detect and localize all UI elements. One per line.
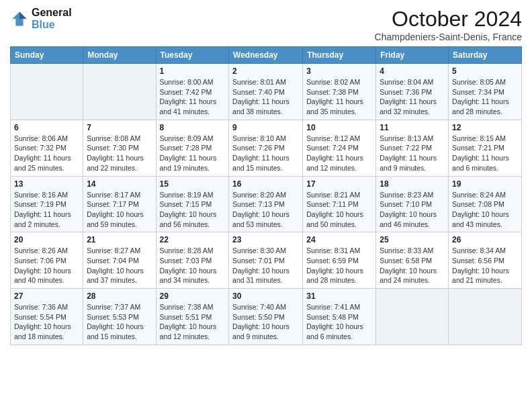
- day-number: 2: [232, 66, 299, 76]
- day-info: Sunrise: 8:12 AMSunset: 7:24 PMDaylight:…: [306, 134, 372, 173]
- day-number: 4: [380, 66, 445, 76]
- day-info: Sunrise: 8:08 AMSunset: 7:30 PMDaylight:…: [87, 134, 152, 173]
- day-info: Sunrise: 7:37 AMSunset: 5:53 PMDaylight:…: [87, 302, 152, 342]
- calendar-cell: 3Sunrise: 8:02 AMSunset: 7:38 PMDaylight…: [303, 64, 376, 120]
- logo-text: General Blue: [32, 7, 72, 30]
- day-info: Sunrise: 8:24 AMSunset: 7:08 PMDaylight:…: [452, 190, 518, 230]
- day-info: Sunrise: 8:23 AMSunset: 7:10 PMDaylight:…: [380, 190, 445, 230]
- day-number: 26: [452, 235, 518, 244]
- day-number: 21: [87, 235, 152, 244]
- day-info: Sunrise: 8:33 AMSunset: 6:58 PMDaylight:…: [380, 246, 445, 285]
- day-info: Sunrise: 8:06 AMSunset: 7:32 PMDaylight:…: [14, 134, 79, 173]
- calendar-cell: 2Sunrise: 8:01 AMSunset: 7:40 PMDaylight…: [229, 64, 303, 120]
- calendar-cell: 28Sunrise: 7:37 AMSunset: 5:53 PMDayligh…: [83, 289, 156, 345]
- page-header: General Blue October 2024 Champdeniers-S…: [10, 7, 522, 42]
- weekday-header-sunday: Sunday: [11, 47, 83, 64]
- calendar-cell: 10Sunrise: 8:12 AMSunset: 7:24 PMDayligh…: [303, 120, 376, 176]
- calendar-cell: 18Sunrise: 8:23 AMSunset: 7:10 PMDayligh…: [376, 176, 449, 232]
- day-info: Sunrise: 8:26 AMSunset: 7:06 PMDaylight:…: [14, 246, 79, 285]
- day-info: Sunrise: 8:16 AMSunset: 7:19 PMDaylight:…: [14, 190, 79, 230]
- day-info: Sunrise: 8:09 AMSunset: 7:28 PMDaylight:…: [160, 134, 226, 173]
- calendar-cell: 5Sunrise: 8:05 AMSunset: 7:34 PMDaylight…: [449, 64, 522, 120]
- calendar-table: SundayMondayTuesdayWednesdayThursdayFrid…: [10, 46, 522, 345]
- day-info: Sunrise: 8:00 AMSunset: 7:42 PMDaylight:…: [160, 77, 226, 117]
- day-number: 13: [14, 179, 79, 189]
- day-info: Sunrise: 7:36 AMSunset: 5:54 PMDaylight:…: [14, 302, 79, 342]
- day-number: 27: [14, 291, 79, 301]
- calendar-cell: [11, 64, 83, 120]
- day-info: Sunrise: 7:38 AMSunset: 5:51 PMDaylight:…: [160, 302, 226, 342]
- day-number: 6: [14, 123, 79, 132]
- weekday-header-wednesday: Wednesday: [229, 47, 303, 64]
- day-info: Sunrise: 7:40 AMSunset: 5:50 PMDaylight:…: [232, 302, 299, 342]
- day-info: Sunrise: 8:30 AMSunset: 7:01 PMDaylight:…: [232, 246, 299, 285]
- day-info: Sunrise: 8:31 AMSunset: 6:59 PMDaylight:…: [306, 246, 372, 285]
- weekday-header-tuesday: Tuesday: [156, 47, 229, 64]
- logo-icon: [10, 9, 29, 28]
- day-number: 20: [14, 235, 79, 244]
- day-info: Sunrise: 8:34 AMSunset: 6:56 PMDaylight:…: [452, 246, 518, 285]
- day-number: 1: [160, 66, 226, 76]
- title-block: October 2024 Champdeniers-Saint-Denis, F…: [375, 7, 522, 42]
- day-number: 19: [452, 179, 518, 189]
- calendar-cell: 15Sunrise: 8:19 AMSunset: 7:15 PMDayligh…: [156, 176, 229, 232]
- day-info: Sunrise: 8:28 AMSunset: 7:03 PMDaylight:…: [160, 246, 226, 285]
- calendar-cell: 12Sunrise: 8:15 AMSunset: 7:21 PMDayligh…: [449, 120, 522, 176]
- day-number: 14: [87, 179, 152, 189]
- day-number: 7: [87, 123, 152, 132]
- day-number: 17: [306, 179, 372, 189]
- day-number: 29: [160, 291, 226, 301]
- logo: General Blue: [10, 7, 72, 30]
- day-info: Sunrise: 8:02 AMSunset: 7:38 PMDaylight:…: [306, 77, 372, 117]
- day-info: Sunrise: 8:05 AMSunset: 7:34 PMDaylight:…: [452, 77, 518, 117]
- day-number: 10: [306, 123, 372, 132]
- calendar-cell: 24Sunrise: 8:31 AMSunset: 6:59 PMDayligh…: [303, 232, 376, 289]
- day-number: 31: [306, 291, 372, 301]
- calendar-cell: 8Sunrise: 8:09 AMSunset: 7:28 PMDaylight…: [156, 120, 229, 176]
- calendar-cell: 4Sunrise: 8:04 AMSunset: 7:36 PMDaylight…: [376, 64, 449, 120]
- calendar-cell: 14Sunrise: 8:17 AMSunset: 7:17 PMDayligh…: [83, 176, 156, 232]
- day-number: 12: [452, 123, 518, 132]
- calendar-cell: 23Sunrise: 8:30 AMSunset: 7:01 PMDayligh…: [229, 232, 303, 289]
- calendar-cell: 16Sunrise: 8:20 AMSunset: 7:13 PMDayligh…: [229, 176, 303, 232]
- day-number: 5: [452, 66, 518, 76]
- calendar-cell: 30Sunrise: 7:40 AMSunset: 5:50 PMDayligh…: [229, 289, 303, 345]
- calendar-cell: 11Sunrise: 8:13 AMSunset: 7:22 PMDayligh…: [376, 120, 449, 176]
- calendar-cell: 9Sunrise: 8:10 AMSunset: 7:26 PMDaylight…: [229, 120, 303, 176]
- calendar-cell: [83, 64, 156, 120]
- day-number: 3: [306, 66, 372, 76]
- calendar-cell: 17Sunrise: 8:21 AMSunset: 7:11 PMDayligh…: [303, 176, 376, 232]
- day-number: 23: [232, 235, 299, 244]
- day-number: 24: [306, 235, 372, 244]
- day-info: Sunrise: 8:17 AMSunset: 7:17 PMDaylight:…: [87, 190, 152, 230]
- weekday-header-saturday: Saturday: [449, 47, 522, 64]
- day-info: Sunrise: 8:21 AMSunset: 7:11 PMDaylight:…: [306, 190, 372, 230]
- day-info: Sunrise: 8:20 AMSunset: 7:13 PMDaylight:…: [232, 190, 299, 230]
- calendar-cell: 29Sunrise: 7:38 AMSunset: 5:51 PMDayligh…: [156, 289, 229, 345]
- svg-marker-1: [19, 11, 27, 19]
- day-info: Sunrise: 8:10 AMSunset: 7:26 PMDaylight:…: [232, 134, 299, 173]
- day-number: 25: [380, 235, 445, 244]
- calendar-cell: 7Sunrise: 8:08 AMSunset: 7:30 PMDaylight…: [83, 120, 156, 176]
- calendar-cell: 6Sunrise: 8:06 AMSunset: 7:32 PMDaylight…: [11, 120, 83, 176]
- day-number: 9: [232, 123, 299, 132]
- calendar-cell: [449, 289, 522, 345]
- day-number: 11: [380, 123, 445, 132]
- day-info: Sunrise: 8:13 AMSunset: 7:22 PMDaylight:…: [380, 134, 445, 173]
- day-number: 16: [232, 179, 299, 189]
- calendar-cell: 19Sunrise: 8:24 AMSunset: 7:08 PMDayligh…: [449, 176, 522, 232]
- calendar-cell: 1Sunrise: 8:00 AMSunset: 7:42 PMDaylight…: [156, 64, 229, 120]
- weekday-header-friday: Friday: [376, 47, 449, 64]
- day-info: Sunrise: 8:27 AMSunset: 7:04 PMDaylight:…: [87, 246, 152, 285]
- calendar-cell: 26Sunrise: 8:34 AMSunset: 6:56 PMDayligh…: [449, 232, 522, 289]
- calendar-cell: 25Sunrise: 8:33 AMSunset: 6:58 PMDayligh…: [376, 232, 449, 289]
- calendar-cell: 13Sunrise: 8:16 AMSunset: 7:19 PMDayligh…: [11, 176, 83, 232]
- calendar-cell: 20Sunrise: 8:26 AMSunset: 7:06 PMDayligh…: [11, 232, 83, 289]
- day-info: Sunrise: 8:01 AMSunset: 7:40 PMDaylight:…: [232, 77, 299, 117]
- calendar-cell: 22Sunrise: 8:28 AMSunset: 7:03 PMDayligh…: [156, 232, 229, 289]
- day-number: 30: [232, 291, 299, 301]
- weekday-header-thursday: Thursday: [303, 47, 376, 64]
- day-info: Sunrise: 8:19 AMSunset: 7:15 PMDaylight:…: [160, 190, 226, 230]
- day-number: 8: [160, 123, 226, 132]
- calendar-cell: 31Sunrise: 7:41 AMSunset: 5:48 PMDayligh…: [303, 289, 376, 345]
